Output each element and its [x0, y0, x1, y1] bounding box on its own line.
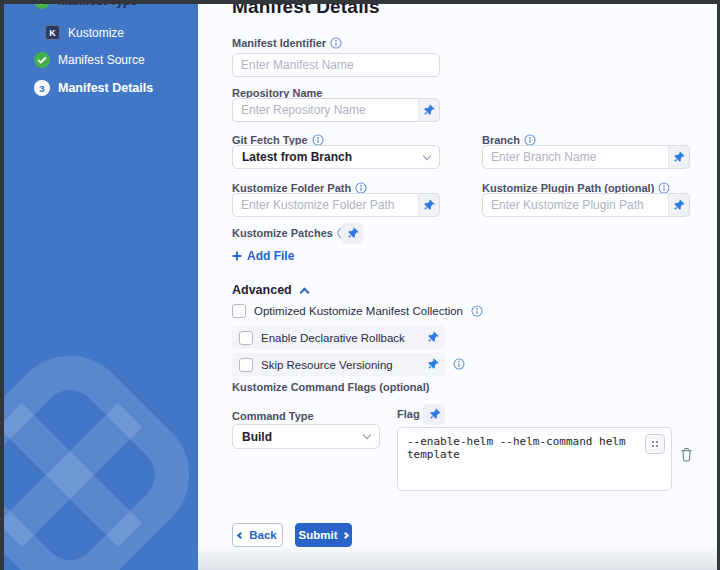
pin-icon[interactable]: [341, 223, 363, 244]
skip-resource-versioning-row: Skip Resource Versioning: [232, 353, 445, 376]
expand-icon: [652, 441, 658, 447]
optimized-kustomize-row: Optimized Kustomize Manifest Collection: [232, 304, 483, 318]
advanced-section-toggle[interactable]: Advanced: [232, 283, 308, 297]
flag-input[interactable]: --enable-helm --helm-command helm templa…: [398, 428, 671, 490]
pin-icon[interactable]: [668, 193, 690, 217]
step-label: Manifest Source: [58, 53, 145, 67]
sidebar-step-kustomize[interactable]: K Kustomize: [45, 25, 124, 40]
flag-editor: --enable-helm --helm-command helm templa…: [397, 427, 672, 491]
check-icon: [34, 52, 50, 68]
kustomize-patches-label: Kustomize Patches: [232, 227, 349, 239]
command-type-label: Command Type: [232, 410, 314, 422]
plus-icon: [232, 251, 242, 261]
step-label: Kustomize: [68, 26, 124, 40]
step-label: Manifest Details: [58, 81, 153, 95]
pin-icon[interactable]: [425, 330, 441, 346]
repository-name-input[interactable]: [232, 98, 418, 122]
step-number-badge: 3: [34, 80, 50, 96]
checkbox-label: Enable Declarative Rollback: [261, 332, 405, 344]
harness-logo-watermark: [4, 335, 198, 570]
info-icon[interactable]: [330, 37, 342, 49]
branch-input[interactable]: [482, 145, 668, 169]
step-label: Manifest Type: [58, 4, 137, 8]
kustomize-folder-path-input[interactable]: [232, 193, 418, 217]
manifest-wizard-modal: Manifest Type K Kustomize Manifest Sourc…: [4, 4, 717, 570]
info-icon[interactable]: [471, 305, 483, 317]
checkbox-label: Skip Resource Versioning: [261, 359, 393, 371]
sidebar-step-manifest-source[interactable]: Manifest Source: [34, 52, 145, 68]
chevron-right-icon: [342, 531, 349, 538]
pin-icon[interactable]: [418, 98, 440, 122]
submit-button[interactable]: Submit: [295, 523, 352, 547]
declarative-rollback-checkbox[interactable]: [239, 331, 253, 345]
manifest-details-panel: Manifest Details Manifest Identifier Rep…: [198, 4, 717, 570]
git-fetch-type-select[interactable]: Latest from Branch: [232, 145, 440, 169]
declarative-rollback-row: Enable Declarative Rollback: [232, 326, 445, 349]
optimized-kustomize-checkbox[interactable]: [232, 304, 246, 318]
expand-editor-button[interactable]: [645, 434, 665, 454]
kustomize-plugin-path-input[interactable]: [482, 193, 668, 217]
pin-icon[interactable]: [418, 193, 440, 217]
add-file-button[interactable]: Add File: [232, 249, 294, 263]
pin-icon[interactable]: [425, 357, 441, 373]
wizard-sidebar: Manifest Type K Kustomize Manifest Sourc…: [4, 4, 198, 570]
chevron-down-icon: [423, 151, 431, 159]
manifest-identifier-input[interactable]: [232, 53, 440, 77]
command-flags-section-label: Kustomize Command Flags (optional): [232, 381, 429, 393]
page-title: Manifest Details: [232, 4, 380, 18]
chevron-up-icon: [299, 287, 309, 297]
back-button[interactable]: Back: [232, 523, 283, 547]
info-icon[interactable]: [453, 358, 465, 370]
check-icon: [34, 4, 50, 9]
chevron-left-icon: [237, 531, 244, 538]
flag-label: Flag: [397, 408, 420, 420]
skip-resource-versioning-checkbox[interactable]: [239, 358, 253, 372]
pin-icon[interactable]: [423, 404, 445, 425]
kustomize-icon: K: [45, 25, 60, 40]
checkbox-label: Optimized Kustomize Manifest Collection: [254, 305, 463, 317]
pin-icon[interactable]: [668, 145, 690, 169]
sidebar-step-manifest-details[interactable]: 3 Manifest Details: [34, 80, 153, 96]
delete-flag-icon[interactable]: [680, 447, 693, 462]
chevron-down-icon: [363, 431, 371, 439]
sidebar-step-manifest-type[interactable]: Manifest Type: [34, 4, 137, 9]
command-type-select[interactable]: Build: [232, 424, 380, 449]
manifest-identifier-label: Manifest Identifier: [232, 37, 342, 49]
